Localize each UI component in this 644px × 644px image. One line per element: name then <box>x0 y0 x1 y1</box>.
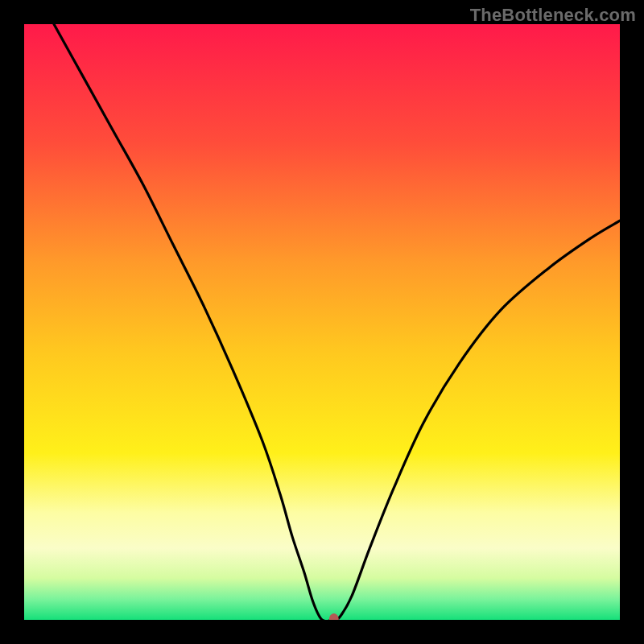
chart-frame: TheBottleneck.com <box>0 0 644 644</box>
bottleneck-chart <box>24 24 620 620</box>
gradient-background <box>24 24 620 620</box>
watermark-label: TheBottleneck.com <box>470 5 636 26</box>
